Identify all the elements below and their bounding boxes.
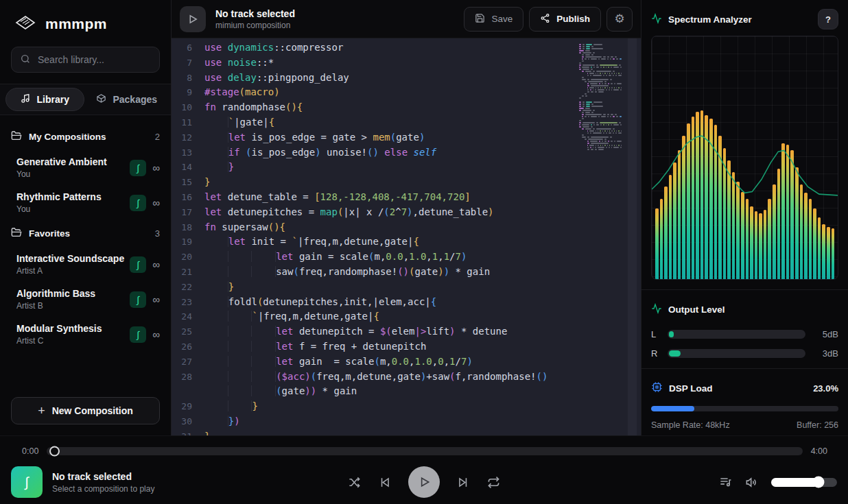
album-art: ∫ xyxy=(11,466,43,498)
code-text: } xyxy=(204,399,258,414)
minimap-segment xyxy=(596,130,596,132)
minimap-segment xyxy=(600,64,617,66)
repeat-button[interactable] xyxy=(487,476,500,489)
minimap-segment xyxy=(596,64,598,66)
indent-guide xyxy=(228,385,252,396)
minimap-segment xyxy=(613,89,619,91)
seek-bar[interactable] xyxy=(47,447,802,455)
next-track-button[interactable] xyxy=(457,476,470,489)
minimap-segment xyxy=(579,52,581,53)
code-token: * gain xyxy=(316,385,357,396)
code-text: saw(freq,randomphase!()(gate)) * gain xyxy=(204,265,490,280)
settings-button[interactable]: ⚙ xyxy=(606,7,633,32)
minimap-segment xyxy=(603,56,605,58)
code-line: 29 } xyxy=(172,399,641,414)
minimap-segment xyxy=(604,139,606,140)
code-token: 1 xyxy=(432,251,438,262)
minimap-segment xyxy=(608,67,609,68)
minimap-segment xyxy=(579,64,581,66)
save-button[interactable]: Save xyxy=(464,7,523,32)
channel-left-value: 5dB xyxy=(814,329,838,339)
code-line: 15} xyxy=(172,175,641,190)
minimap-row xyxy=(579,139,623,140)
output-level-section: Output Level L 5dB R 3dB xyxy=(641,290,848,369)
list-item[interactable]: Rhythmic PatternsYou∫∞ xyxy=(0,185,171,220)
minimap-segment xyxy=(602,73,603,74)
code-token: freq,m,detune,gate xyxy=(316,371,421,382)
code-token: randomphase xyxy=(216,101,285,112)
code-editor[interactable]: 6use dynamics::compressor7use noise::*8u… xyxy=(172,38,641,435)
minimap-segment xyxy=(579,124,580,125)
code-line: 12 let is_pos_edge = gate > mem(gate) xyxy=(172,130,641,145)
play-button[interactable] xyxy=(408,466,440,498)
search-input[interactable] xyxy=(38,54,162,65)
code-token: let xyxy=(276,356,293,367)
buffer-label: Buffer: 256 xyxy=(797,420,838,430)
line-number: 10 xyxy=(172,100,204,115)
code-token: * detune xyxy=(456,326,508,337)
line-number: 28 xyxy=(172,370,204,385)
code-line: 31} xyxy=(172,429,641,435)
code-token: dynamics xyxy=(228,42,274,53)
app-logo-icon xyxy=(14,12,37,36)
minimap-segment xyxy=(614,130,615,132)
minimap-segment xyxy=(602,87,603,88)
minimap-segment xyxy=(593,44,602,45)
minimap-segment xyxy=(606,67,607,68)
shuffle-button[interactable] xyxy=(348,476,361,489)
list-item[interactable]: Generative AmbientYou∫∞ xyxy=(0,150,171,185)
minimap-segment xyxy=(596,124,600,125)
editor-scrollbar[interactable] xyxy=(628,38,637,435)
minimap-segment xyxy=(591,136,609,138)
code-token: ^ xyxy=(395,206,401,217)
volume-knob[interactable] xyxy=(813,477,825,488)
save-icon xyxy=(475,13,485,25)
code-token: 1 xyxy=(444,251,449,262)
list-item-badges: ∫∞ xyxy=(130,326,160,343)
preview-play-button[interactable] xyxy=(180,6,206,32)
list-item[interactable]: Interactive SoundscapeArtist A∫∞ xyxy=(0,247,171,282)
publish-button[interactable]: Publish xyxy=(529,7,601,32)
line-number: 24 xyxy=(172,309,204,324)
spectrum-title: Spectrum Analyzer xyxy=(668,14,752,25)
code-text: let detune_table = [128,-128,408,-417,70… xyxy=(204,190,471,205)
volume-slider[interactable] xyxy=(771,478,837,487)
code-token: , xyxy=(426,251,432,262)
list-item-text: Interactive SoundscapeArtist A xyxy=(16,253,124,276)
help-button[interactable]: ? xyxy=(818,9,838,29)
code-token: delay xyxy=(228,72,257,83)
code-token: 7 xyxy=(401,206,407,217)
minimap[interactable] xyxy=(579,44,623,151)
minimap-segment xyxy=(585,54,590,56)
volume-icon[interactable] xyxy=(745,476,758,489)
minimap-segment xyxy=(611,89,613,91)
minimap-segment xyxy=(596,145,596,146)
infinity-icon: ∞ xyxy=(152,328,160,340)
code-token: use xyxy=(204,72,222,83)
code-line: 17let detunepitches = map(|x| x /(2^7),d… xyxy=(172,205,641,220)
code-text: (gate)) * gain xyxy=(204,384,357,399)
new-composition-button[interactable]: + New Composition xyxy=(11,397,160,424)
dsp-info-row: Sample Rate: 48kHz Buffer: 256 xyxy=(651,420,838,430)
queue-icon[interactable] xyxy=(719,476,732,489)
previous-track-button[interactable] xyxy=(378,476,391,489)
tab-library[interactable]: Library xyxy=(5,88,84,111)
list-item[interactable]: Algorithmic BassArtist B∫∞ xyxy=(0,282,171,317)
code-token: m, xyxy=(374,251,386,262)
minimap-segment xyxy=(579,120,581,121)
minimap-segment xyxy=(585,114,602,115)
meter-left: L 5dB xyxy=(651,329,838,339)
list-item[interactable]: Modular SynthesisArtist C∫∞ xyxy=(0,317,171,352)
minimap-segment xyxy=(615,132,617,134)
minimap-segment xyxy=(579,104,581,105)
minimap-segment xyxy=(582,118,584,119)
minimap-segment xyxy=(620,58,622,60)
minimap-segment xyxy=(582,126,589,128)
minimap-segment xyxy=(619,64,621,66)
mimium-symbol: ∫ xyxy=(25,475,28,490)
search-box[interactable] xyxy=(11,47,160,73)
tab-packages[interactable]: Packages xyxy=(89,88,166,111)
minimap-segment xyxy=(598,145,598,146)
line-number: 31 xyxy=(172,429,204,435)
seek-handle[interactable] xyxy=(49,446,60,457)
